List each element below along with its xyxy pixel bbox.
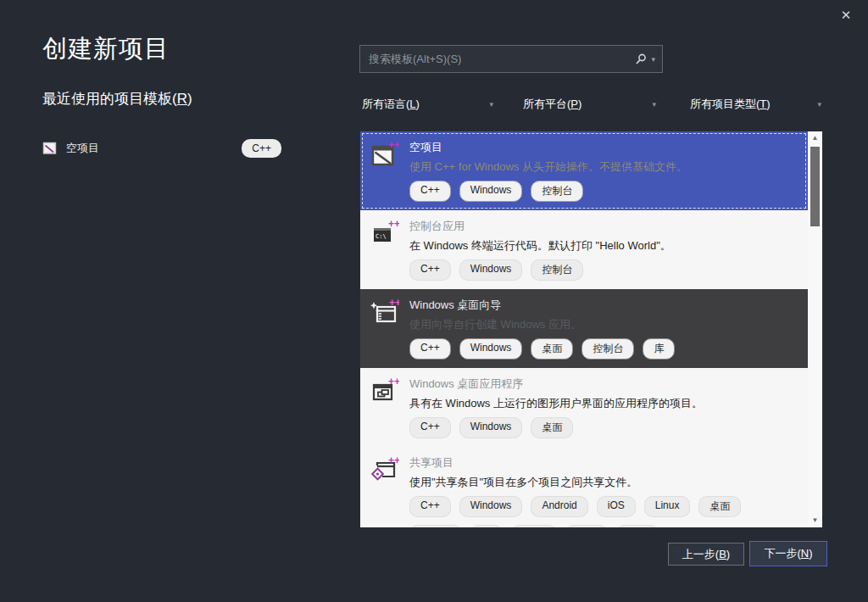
template-description: 使用"共享条目"项目在多个项目之间共享文件。: [409, 475, 799, 489]
desktop-wizard-icon: [370, 298, 399, 326]
template-badges: C++Windows控制台: [409, 181, 799, 202]
search-icon[interactable]: [634, 53, 648, 66]
page-title: 创建新项目: [42, 32, 170, 66]
create-new-project-dialog: ✕ 创建新项目 ▾ 最近使用的项目模板(R) 所有语言(L) ▾ 所有平台(P)…: [0, 0, 868, 602]
recent-template-badge: C++: [242, 139, 281, 158]
template-row[interactable]: Windows 桌面应用程序 具有在 Windows 上运行的图形用户界面的应用…: [360, 368, 808, 447]
template-badge: Windows: [459, 496, 523, 517]
template-badges: C++Windows控制台: [409, 259, 799, 281]
template-badge: C++: [409, 259, 451, 281]
template-badge: 库: [643, 338, 675, 360]
template-badge: 控制台: [581, 338, 634, 360]
template-description: 使用向导自行创建 Windows 应用。: [409, 317, 799, 332]
chevron-down-icon: ▾: [489, 100, 493, 109]
template-badge: 桌面: [698, 496, 741, 517]
template-badge: Windows: [459, 181, 523, 202]
language-filter-label: 所有语言(L): [362, 97, 420, 112]
template-title: 空项目: [409, 140, 799, 155]
scrollbar-thumb[interactable]: [810, 147, 820, 226]
close-icon[interactable]: ✕: [834, 5, 858, 25]
template-badge: Windows: [459, 338, 523, 360]
template-badge: Windows: [459, 259, 523, 281]
template-badge: 控制台: [531, 181, 583, 202]
template-badge: UWP: [511, 525, 557, 527]
template-description: 在 Windows 终端运行代码。默认打印 "Hello World"。: [409, 238, 799, 253]
scrollbar[interactable]: ▲ ▼: [808, 131, 822, 527]
template-badges: C++Windows桌面: [409, 417, 799, 438]
template-description: 使用 C++ for Windows 从头开始操作。不提供基础文件。: [409, 159, 799, 174]
back-button[interactable]: 上一步(B): [668, 543, 744, 566]
template-title: 共享项目: [409, 455, 799, 471]
recent-template-title: 空项目: [66, 141, 242, 156]
desktop-app-icon: [370, 376, 399, 405]
project-type-filter-dropdown[interactable]: 所有项目类型(T) ▾: [690, 97, 821, 112]
template-description: 具有在 Windows 上运行的图形用户界面的应用程序的项目。: [409, 396, 799, 410]
template-row[interactable]: 空项目 使用 C++ for Windows 从头开始操作。不提供基础文件。 C…: [360, 131, 808, 210]
template-title: Windows 桌面应用程序: [409, 376, 799, 392]
chevron-down-icon: ▾: [817, 100, 821, 109]
platform-filter-dropdown[interactable]: 所有平台(P) ▾: [523, 97, 656, 112]
template-row[interactable]: Windows 桌面向导 使用向导自行创建 Windows 应用。 C++Win…: [360, 289, 808, 368]
console-app-icon: [370, 219, 399, 248]
template-badge: 桌面: [531, 338, 573, 360]
template-badge: 控制台: [531, 259, 583, 281]
language-filter-dropdown[interactable]: 所有语言(L) ▾: [362, 97, 493, 112]
template-badge: C++: [409, 496, 451, 517]
template-list-rows: 空项目 使用 C++ for Windows 从头开始操作。不提供基础文件。 C…: [360, 131, 808, 527]
template-badge: C++: [409, 338, 451, 360]
template-badge: 移动: [616, 525, 659, 527]
template-badge: 控制台: [409, 525, 462, 527]
shared-project-icon: [370, 455, 399, 484]
search-caret-icon[interactable]: ▾: [651, 55, 655, 64]
search-input[interactable]: [369, 53, 629, 65]
template-title: Windows 桌面向导: [409, 298, 799, 313]
next-button[interactable]: 下一步(N): [749, 541, 827, 566]
template-title: 控制台应用: [409, 219, 799, 234]
scroll-up-icon[interactable]: ▲: [808, 131, 822, 145]
template-badge: 库: [470, 525, 503, 527]
empty-project-icon: [42, 141, 58, 156]
template-row[interactable]: 控制台应用 在 Windows 终端运行代码。默认打印 "Hello World…: [360, 210, 808, 289]
template-badge: C++: [409, 417, 451, 438]
recent-templates-label: 最近使用的项目模板(R): [42, 89, 192, 109]
platform-filter-label: 所有平台(P): [523, 97, 581, 112]
template-badge: Windows: [459, 417, 523, 438]
search-template-box: ▾: [359, 45, 663, 73]
template-badge: Linux: [644, 496, 691, 517]
template-badges: C++WindowsAndroidiOSLinux桌面控制台库UWP游戏移动: [409, 496, 799, 527]
template-badge: 桌面: [531, 417, 573, 438]
project-type-filter-label: 所有项目类型(T): [690, 97, 771, 112]
template-badge: Android: [531, 496, 587, 517]
template-badge: C++: [409, 181, 451, 202]
template-badge: iOS: [597, 496, 636, 517]
recent-template-item[interactable]: 空项目 C++: [42, 136, 281, 161]
template-list: 空项目 使用 C++ for Windows 从头开始操作。不提供基础文件。 C…: [360, 131, 822, 527]
empty-project-icon: [370, 140, 399, 169]
chevron-down-icon: ▾: [652, 100, 656, 109]
scroll-down-icon[interactable]: ▼: [808, 514, 822, 527]
template-row[interactable]: 共享项目 使用"共享条目"项目在多个项目之间共享文件。 C++WindowsAn…: [360, 447, 808, 527]
template-badges: C++Windows桌面控制台库: [409, 338, 799, 360]
template-badge: 游戏: [565, 525, 608, 527]
